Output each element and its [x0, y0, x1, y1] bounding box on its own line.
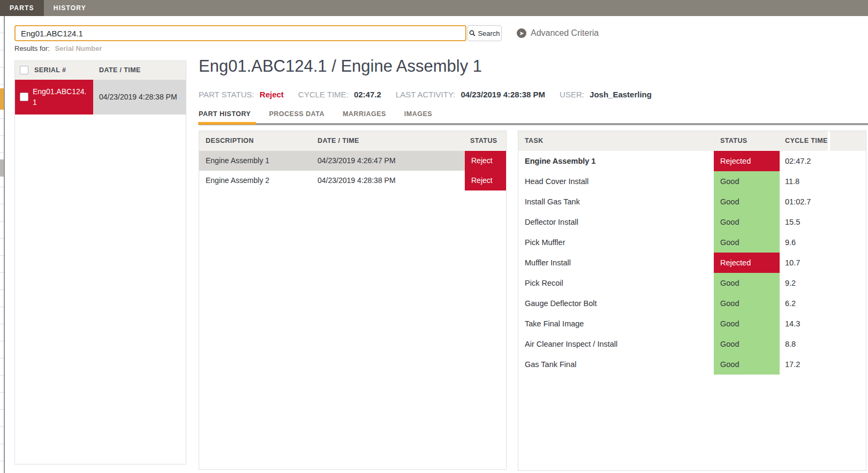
task-name: Air Cleaner Inspect / Install — [525, 334, 617, 354]
task-status-badge: Good — [714, 334, 780, 354]
advanced-criteria-link[interactable]: ➤ Advanced Criteria — [517, 25, 599, 41]
task-cycle-time: 6.2 — [785, 293, 796, 314]
summary-value: 02:47.2 — [354, 90, 381, 99]
task-row: Pick Recoil Good 9.2 — [518, 273, 866, 293]
result-datetime-value: 04/23/2019 4:28:38 PM — [93, 80, 186, 115]
summary-item: PART STATUS: Reject — [199, 90, 284, 99]
history-row[interactable]: Engine Assembly 2 04/23/2019 4:28:38 PM … — [199, 171, 506, 190]
detail-tab-label: PART HISTORY — [199, 110, 251, 118]
detail-tab-label: PROCESS DATA — [269, 110, 324, 118]
task-row: Deflector Install Good 15.5 — [518, 212, 866, 232]
task-row: Take Final Image Good 14.3 — [518, 314, 866, 334]
task-status-badge: Good — [714, 171, 780, 192]
history-status-badge: Reject — [465, 171, 506, 190]
task-row: Engine Assembly 1 Rejected 02:47.2 — [518, 151, 866, 171]
column-header-datetime: DATE / TIME — [318, 131, 359, 151]
task-cycle-time: 02:47.2 — [785, 151, 811, 171]
result-row[interactable]: Eng01.ABC124.1 04/23/2019 4:28:38 PM — [15, 80, 186, 115]
task-cycle-time: 17.2 — [785, 354, 800, 375]
top-nav: PARTS HISTORY — [0, 0, 868, 16]
task-row: Install Gas Tank Good 01:02.7 — [518, 192, 866, 212]
column-header-status: STATUS — [470, 131, 497, 151]
task-results-panel: TASK STATUS CYCLE TIME Engine Assembly 1… — [518, 131, 866, 471]
detail-tab[interactable]: MARRIAGES — [343, 110, 386, 118]
column-header-task: TASK — [525, 131, 544, 151]
serial-search-input[interactable] — [14, 25, 466, 41]
search-button-label: Search — [478, 29, 500, 37]
history-description: Engine Assembly 1 — [206, 151, 269, 171]
advanced-criteria-label: Advanced Criteria — [531, 28, 599, 38]
task-cycle-time: 01:02.7 — [785, 192, 811, 212]
detail-tab[interactable]: PART HISTORY — [199, 110, 251, 118]
nav-tab[interactable]: HISTORY — [44, 0, 96, 16]
results-for-value: Serial Number — [55, 44, 102, 52]
task-cycle-time: 8.8 — [785, 334, 796, 354]
history-table-header: DESCRIPTION DATE / TIME STATUS — [199, 131, 506, 151]
task-name: Engine Assembly 1 — [525, 151, 595, 171]
nav-tab[interactable]: PARTS — [0, 0, 44, 16]
column-header-cycle-time: CYCLE TIME — [785, 131, 828, 151]
history-status-badge: Reject — [465, 151, 506, 171]
task-name: Install Gas Tank — [525, 192, 580, 212]
part-history-panel: DESCRIPTION DATE / TIME STATUS Engine As… — [199, 131, 507, 470]
task-status-badge: Rejected — [714, 253, 780, 273]
background-window-fragment — [0, 159, 4, 177]
task-row: Air Cleaner Inspect / Install Good 8.8 — [518, 334, 866, 354]
task-status-badge: Good — [714, 232, 780, 253]
search-icon — [469, 30, 475, 36]
row-checkbox[interactable] — [20, 93, 28, 101]
task-row: Gauge Deflector Bolt Good 6.2 — [518, 293, 866, 314]
task-cycle-time: 14.3 — [785, 314, 800, 334]
task-cycle-time: 11.8 — [785, 171, 799, 192]
task-status-badge: Good — [714, 314, 780, 334]
task-row: Gas Tank Final Good 17.2 — [518, 354, 866, 375]
task-status-badge: Good — [714, 293, 780, 314]
detail-tab-label: IMAGES — [404, 110, 432, 118]
summary-value: Reject — [260, 90, 284, 99]
summary-label: LAST ACTIVITY: — [396, 90, 455, 99]
task-table-header: TASK STATUS CYCLE TIME — [518, 131, 866, 151]
task-cycle-time: 9.2 — [785, 273, 796, 293]
history-datetime: 04/23/2019 4:28:38 PM — [318, 171, 396, 190]
task-cycle-time: 15.5 — [785, 212, 800, 232]
task-row: Pick Muffler Good 9.6 — [518, 232, 866, 253]
summary-item: LAST ACTIVITY: 04/23/2019 4:28:38 PM — [396, 90, 545, 99]
history-row[interactable]: Engine Assembly 1 04/23/2019 4:26:47 PM … — [199, 151, 506, 171]
column-header-serial: SERIAL # — [34, 61, 66, 80]
task-status-badge: Good — [714, 273, 780, 293]
task-status-badge: Good — [714, 354, 780, 375]
page-title: Eng01.ABC124.1 / Engine Assembly 1 — [199, 57, 482, 76]
detail-tab[interactable]: IMAGES — [404, 110, 432, 118]
background-window-edge — [0, 16, 5, 473]
search-button[interactable]: Search — [467, 25, 502, 41]
background-window-fragment — [0, 88, 4, 110]
select-all-checkbox[interactable] — [20, 66, 28, 74]
summary-item: CYCLE TIME: 02:47.2 — [298, 90, 381, 99]
summary-label: USER: — [560, 90, 584, 99]
task-name: Pick Muffler — [525, 232, 565, 253]
task-name: Muffler Install — [525, 253, 571, 273]
history-description: Engine Assembly 2 — [206, 171, 269, 190]
task-name: Take Final Image — [525, 314, 584, 334]
task-cycle-time: 9.6 — [785, 232, 796, 253]
header-column-divider — [828, 131, 830, 151]
arrow-circle-icon: ➤ — [517, 28, 526, 38]
nav-tab-label: PARTS — [10, 4, 34, 12]
task-name: Head Cover Install — [525, 171, 588, 192]
task-row: Muffler Install Rejected 10.7 — [518, 253, 866, 273]
results-for-label: Results for: — [14, 44, 50, 52]
task-status-badge: Good — [714, 192, 780, 212]
task-status-badge: Rejected — [714, 151, 780, 171]
part-summary: PART STATUS: Reject CYCLE TIME: 02:47.2 … — [199, 90, 666, 99]
column-header-datetime: DATE / TIME — [99, 61, 141, 80]
task-name: Deflector Install — [525, 212, 578, 232]
task-name: Gas Tank Final — [525, 354, 576, 375]
task-name: Pick Recoil — [525, 273, 563, 293]
column-header-status: STATUS — [720, 131, 748, 151]
task-row: Head Cover Install Good 11.8 — [518, 171, 866, 192]
results-table-header: SERIAL # DATE / TIME — [15, 61, 186, 80]
column-header-description: DESCRIPTION — [206, 131, 254, 151]
task-cycle-time: 10.7 — [785, 253, 800, 273]
detail-tab[interactable]: PROCESS DATA — [269, 110, 324, 118]
summary-value: 04/23/2019 4:28:38 PM — [461, 90, 545, 99]
